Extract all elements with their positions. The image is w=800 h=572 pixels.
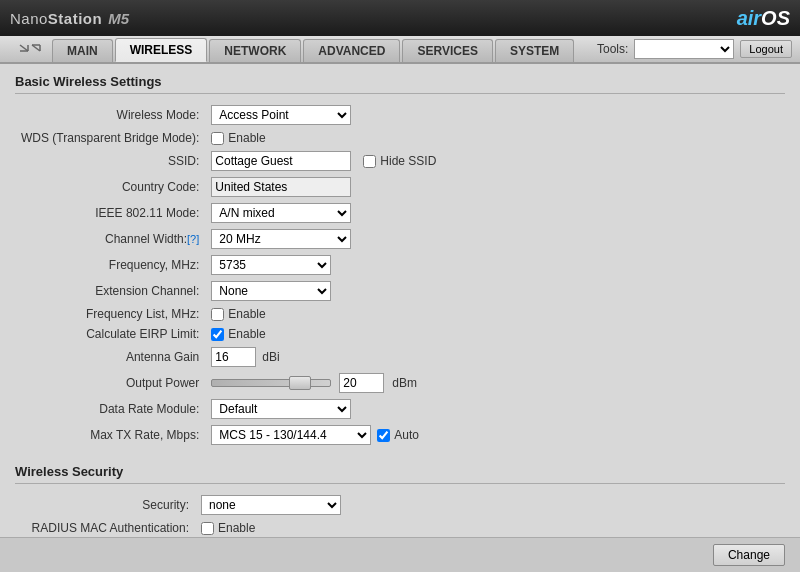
tab-wireless[interactable]: WIRELESS — [115, 38, 208, 62]
extension-channel-control: None Above Below — [205, 278, 785, 304]
logout-button[interactable]: Logout — [740, 40, 792, 58]
radius-mac-control: Enable — [195, 518, 785, 538]
calc-eirp-row: Calculate EIRP Limit: Enable — [15, 324, 785, 344]
max-tx-select[interactable]: MCS 15 - 130/144.4 MCS 14 - 117/130 MCS … — [211, 425, 371, 445]
ssid-row: SSID: Hide SSID — [15, 148, 785, 174]
freq-list-checkbox[interactable] — [211, 308, 224, 321]
nav-tools: Tools: Logout — [597, 39, 792, 62]
tab-advanced[interactable]: ADVANCED — [303, 39, 400, 62]
wireless-mode-control: Access Point Station AP-Repeater — [205, 102, 785, 128]
calc-eirp-label: Calculate EIRP Limit: — [15, 324, 205, 344]
tab-main[interactable]: MAIN — [52, 39, 113, 62]
wds-control: Enable — [205, 128, 785, 148]
ieee-mode-select[interactable]: A/N mixed A only N only — [211, 203, 351, 223]
hide-ssid-checkbox[interactable] — [363, 155, 376, 168]
tab-system[interactable]: SYSTEM — [495, 39, 574, 62]
calc-eirp-checkbox-label[interactable]: Enable — [211, 327, 779, 341]
max-tx-auto-checkbox[interactable] — [377, 429, 390, 442]
channel-width-select[interactable]: 20 MHz 40 MHz — [211, 229, 351, 249]
wds-label: WDS (Transparent Bridge Mode): — [15, 128, 205, 148]
ieee-mode-row: IEEE 802.11 Mode: A/N mixed A only N onl… — [15, 200, 785, 226]
navigation: MAIN WIRELESS NETWORK ADVANCED SERVICES … — [0, 36, 800, 64]
calc-eirp-control: Enable — [205, 324, 785, 344]
antenna-gain-label: Antenna Gain — [15, 344, 205, 370]
security-control: none WEP WPA WPA2 — [195, 492, 785, 518]
radius-mac-checkbox[interactable] — [201, 522, 214, 535]
hide-ssid-label[interactable]: Hide SSID — [363, 154, 436, 168]
channel-width-help-link[interactable]: [?] — [187, 233, 199, 245]
data-rate-row: Data Rate Module: Default Custom — [15, 396, 785, 422]
wireless-mode-label: Wireless Mode: — [15, 102, 205, 128]
max-tx-row: Max TX Rate, Mbps: MCS 15 - 130/144.4 MC… — [15, 422, 785, 448]
freq-list-enable-text: Enable — [228, 307, 265, 321]
frequency-select[interactable]: 5735 5745 5755 — [211, 255, 331, 275]
svg-line-3 — [32, 45, 40, 51]
basic-wireless-title: Basic Wireless Settings — [15, 74, 785, 94]
freq-list-label: Frequency List, MHz: — [15, 304, 205, 324]
frequency-row: Frequency, MHz: 5735 5745 5755 — [15, 252, 785, 278]
calc-eirp-enable-text: Enable — [228, 327, 265, 341]
ssid-input[interactable] — [211, 151, 351, 171]
country-code-label: Country Code: — [15, 174, 205, 200]
wds-row: WDS (Transparent Bridge Mode): Enable — [15, 128, 785, 148]
ieee-mode-control: A/N mixed A only N only — [205, 200, 785, 226]
antenna-gain-unit: dBi — [262, 350, 279, 364]
freq-list-control: Enable — [205, 304, 785, 324]
country-code-input[interactable] — [211, 177, 351, 197]
tab-services[interactable]: SERVICES — [402, 39, 492, 62]
wds-checkbox-label[interactable]: Enable — [211, 131, 779, 145]
channel-width-control: 20 MHz 40 MHz — [205, 226, 785, 252]
country-code-row: Country Code: — [15, 174, 785, 200]
data-rate-select[interactable]: Default Custom — [211, 399, 351, 419]
tab-logo[interactable] — [10, 37, 50, 62]
max-tx-label: Max TX Rate, Mbps: — [15, 422, 205, 448]
freq-list-checkbox-label[interactable]: Enable — [211, 307, 779, 321]
country-code-control — [205, 174, 785, 200]
wds-enable-text: Enable — [228, 131, 265, 145]
hide-ssid-text: Hide SSID — [380, 154, 436, 168]
ieee-mode-label: IEEE 802.11 Mode: — [15, 200, 205, 226]
radius-mac-row: RADIUS MAC Authentication: Enable — [15, 518, 785, 538]
output-power-slider-thumb[interactable] — [289, 376, 311, 390]
header: NanoStation M5 airOS — [0, 0, 800, 36]
calc-eirp-checkbox[interactable] — [211, 328, 224, 341]
main-content: Basic Wireless Settings Wireless Mode: A… — [0, 64, 800, 572]
security-select[interactable]: none WEP WPA WPA2 — [201, 495, 341, 515]
security-row: Security: none WEP WPA WPA2 — [15, 492, 785, 518]
device-model: M5 — [108, 10, 129, 27]
frequency-label: Frequency, MHz: — [15, 252, 205, 278]
wireless-mode-row: Wireless Mode: Access Point Station AP-R… — [15, 102, 785, 128]
airos-brand: airOS — [737, 7, 790, 30]
channel-width-row: Channel Width:[?] 20 MHz 40 MHz — [15, 226, 785, 252]
wireless-mode-select[interactable]: Access Point Station AP-Repeater — [211, 105, 351, 125]
output-power-unit: dBm — [392, 376, 417, 390]
radius-mac-checkbox-label[interactable]: Enable — [201, 521, 779, 535]
tools-label: Tools: — [597, 42, 628, 56]
antenna-gain-control: dBi — [205, 344, 785, 370]
frequency-control: 5735 5745 5755 — [205, 252, 785, 278]
max-tx-control: MCS 15 - 130/144.4 MCS 14 - 117/130 MCS … — [205, 422, 785, 448]
radius-mac-label: RADIUS MAC Authentication: — [15, 518, 195, 538]
tab-network[interactable]: NETWORK — [209, 39, 301, 62]
ssid-label: SSID: — [15, 148, 205, 174]
max-tx-auto-label[interactable]: Auto — [377, 428, 419, 442]
output-power-control: dBm — [205, 370, 785, 396]
change-button[interactable]: Change — [713, 544, 785, 566]
tools-select[interactable] — [634, 39, 734, 59]
security-label: Security: — [15, 492, 195, 518]
output-power-slider-track[interactable] — [211, 379, 331, 387]
wds-checkbox[interactable] — [211, 132, 224, 145]
airos-logo: airOS — [737, 7, 790, 30]
extension-channel-select[interactable]: None Above Below — [211, 281, 331, 301]
max-tx-row-inner: MCS 15 - 130/144.4 MCS 14 - 117/130 MCS … — [211, 425, 779, 445]
radius-mac-enable-text: Enable — [218, 521, 255, 535]
output-power-slider-container: dBm — [211, 373, 779, 393]
bottom-bar: Change — [0, 537, 800, 572]
ssid-control: Hide SSID — [205, 148, 785, 174]
antenna-gain-row-inner: dBi — [211, 347, 779, 367]
antenna-gain-input[interactable] — [211, 347, 256, 367]
antenna-gain-row: Antenna Gain dBi — [15, 344, 785, 370]
basic-wireless-form: Wireless Mode: Access Point Station AP-R… — [15, 102, 785, 448]
output-power-input[interactable] — [339, 373, 384, 393]
svg-line-0 — [20, 45, 28, 51]
